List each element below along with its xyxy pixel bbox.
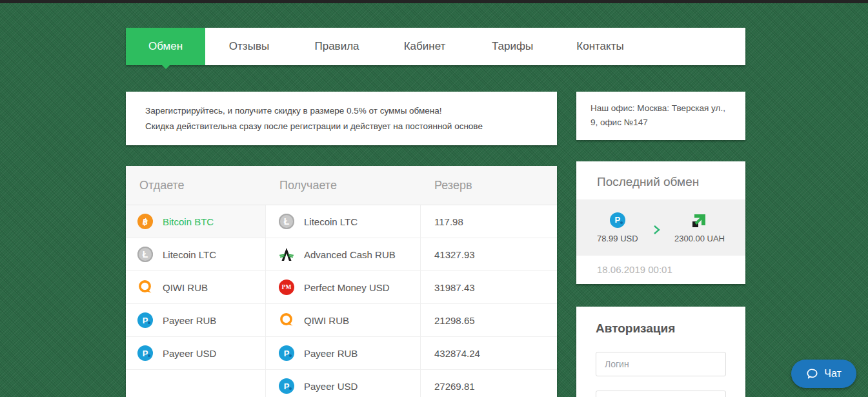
give-option-bitcoin-btc[interactable]: ฿ Bitcoin BTC (126, 205, 266, 238)
tab-kontakty[interactable]: Контакты (556, 28, 644, 65)
litecoin-icon: Ł (137, 247, 153, 262)
office-info: Наш офис: Москва: Тверская ул., 9, офис … (576, 92, 745, 140)
reserve-value: 21298.65 (421, 304, 557, 336)
get-option-payeer-rub[interactable]: P Payeer RUB (266, 337, 421, 369)
get-label: Perfect Money USD (304, 282, 390, 293)
table-row: P Payeer USD P Payeer RUB 432874.24 (126, 337, 557, 370)
promo-line-2: Скидка действительна сразу после регистр… (145, 119, 538, 134)
header-get: Получаете (266, 179, 421, 192)
tab-obmen[interactable]: Обмен (126, 28, 205, 65)
qiwi-icon (137, 280, 153, 295)
privat24-icon (692, 212, 707, 228)
get-option-advanced-cash-rub[interactable]: Advanced Cash RUB (266, 238, 421, 270)
give-label: Litecoin LTC (163, 249, 216, 260)
bitcoin-icon: ฿ (137, 214, 153, 229)
chat-button[interactable]: Чат (791, 360, 856, 388)
top-strip (0, 0, 868, 3)
give-option-empty (126, 370, 266, 397)
payeer-icon: P (137, 345, 153, 361)
give-option-litecoin-ltc[interactable]: Ł Litecoin LTC (126, 238, 266, 270)
perfect-money-icon: PM (279, 280, 294, 295)
get-label: Payeer USD (304, 381, 358, 392)
reserve-value: 31987.43 (421, 271, 557, 303)
give-label: Payeer RUB (163, 315, 216, 326)
header-reserve: Резерв (421, 179, 557, 192)
last-exchange-widget: Последний обмен P 78.99 USD 2300.00 UAH … (576, 161, 745, 284)
payeer-icon: P (610, 212, 625, 228)
chat-bubble-icon (806, 367, 819, 380)
give-label: QIWI RUB (163, 282, 208, 293)
payeer-icon: P (279, 378, 294, 394)
last-exchange-to: 2300.00 UAH (674, 212, 725, 243)
tab-otzyvy[interactable]: Отзывы (205, 28, 293, 65)
exchange-arrow-icon (652, 225, 661, 234)
promo-banner: Зарегистрируйтесь, и получите скидку в р… (126, 92, 557, 145)
office-address: Наш офис: Москва: Тверская ул., 9, офис … (590, 101, 731, 130)
give-option-payeer-usd[interactable]: P Payeer USD (126, 337, 266, 369)
give-label: Payeer USD (163, 348, 216, 359)
table-row: Ł Litecoin LTC Advanced Cash RUB 41327.9… (126, 238, 557, 271)
auth-title: Авторизация (596, 321, 726, 336)
reserve-value: 117.98 (421, 205, 557, 238)
qiwi-icon (279, 312, 294, 328)
reserve-value: 41327.93 (421, 238, 557, 270)
promo-line-1: Зарегистрируйтесь, и получите скидку в р… (145, 103, 538, 119)
table-row: P Payeer RUB QIWI RUB 21298.65 (126, 304, 557, 337)
last-exchange-band: P 78.99 USD 2300.00 UAH (576, 199, 745, 256)
reserve-value: 27269.81 (421, 370, 557, 397)
get-option-payeer-usd[interactable]: P Payeer USD (266, 370, 421, 397)
table-row: P Payeer USD 27269.81 (126, 370, 557, 397)
last-exchange-title: Последний обмен (576, 161, 745, 189)
get-label: Litecoin LTC (304, 216, 358, 227)
payeer-icon: P (137, 312, 153, 328)
give-option-qiwi-rub[interactable]: QIWI RUB (126, 271, 266, 303)
table-row: ฿ Bitcoin BTC Ł Litecoin LTC 117.98 (126, 205, 557, 238)
give-option-payeer-rub[interactable]: P Payeer RUB (126, 304, 266, 336)
get-label: QIWI RUB (304, 315, 349, 326)
get-label: Payeer RUB (304, 348, 358, 359)
auth-widget: Авторизация (576, 307, 745, 397)
table-header: Отдаете Получаете Резерв (126, 166, 557, 205)
from-amount: 78.99 USD (597, 234, 638, 243)
tab-kabinet[interactable]: Кабинет (381, 28, 469, 65)
get-option-perfect-money-usd[interactable]: PM Perfect Money USD (266, 271, 421, 303)
litecoin-icon: Ł (279, 214, 294, 229)
last-exchange-from: P 78.99 USD (597, 212, 638, 243)
exchange-table: Отдаете Получаете Резерв ฿ Bitcoin BTC Ł… (126, 166, 557, 397)
password-input[interactable] (596, 391, 726, 397)
login-input[interactable] (596, 352, 726, 376)
payeer-icon: P (279, 345, 294, 361)
reserve-value: 432874.24 (421, 337, 557, 369)
give-label: Bitcoin BTC (163, 216, 214, 227)
main-nav: Обмен Отзывы Правила Кабинет Тарифы Конт… (126, 28, 745, 65)
tab-pravila[interactable]: Правила (293, 28, 381, 65)
get-option-qiwi-rub[interactable]: QIWI RUB (266, 304, 421, 336)
get-option-litecoin-ltc[interactable]: Ł Litecoin LTC (266, 205, 421, 238)
tab-tarify[interactable]: Тарифы (469, 28, 556, 65)
to-amount: 2300.00 UAH (674, 234, 725, 243)
chat-label: Чат (824, 368, 842, 380)
header-give: Отдаете (126, 179, 266, 192)
advanced-cash-icon (279, 247, 294, 262)
last-exchange-date: 18.06.2019 00:01 (597, 264, 672, 275)
table-row: QIWI RUB PM Perfect Money USD 31987.43 (126, 271, 557, 304)
get-label: Advanced Cash RUB (304, 249, 396, 260)
